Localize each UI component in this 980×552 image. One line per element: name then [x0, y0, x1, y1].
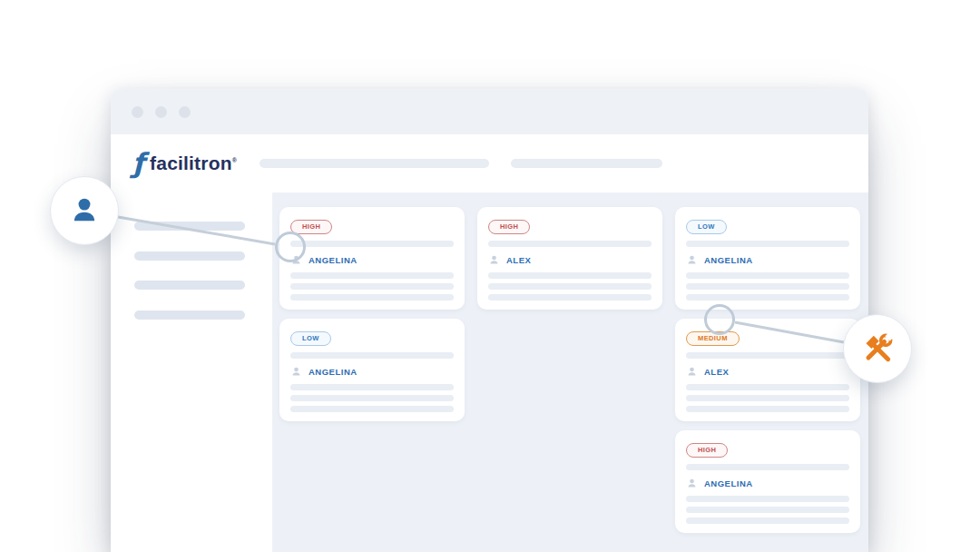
task-card[interactable]: HIGH ANGELINA [675, 430, 860, 533]
placeholder-line [488, 294, 652, 301]
placeholder-line [488, 241, 652, 247]
assignee-row: ALEX [686, 366, 849, 378]
magnifier-ring-avatar [275, 232, 306, 262]
assignee-row: ANGELINA [686, 478, 849, 489]
sidebar-item-placeholder[interactable] [134, 281, 245, 290]
sidebar [111, 192, 272, 552]
user-callout [50, 176, 119, 245]
board-column-1: HIGH ANGELINA LOW ANGELINA [279, 207, 465, 552]
placeholder-line [686, 496, 849, 502]
priority-badge: HIGH [488, 220, 530, 234]
placeholder-line [290, 384, 454, 390]
user-avatar-icon [686, 254, 698, 266]
window-control-dot[interactable] [179, 106, 191, 118]
app-header: ƒ facilitron® [111, 134, 868, 192]
user-avatar-icon [686, 366, 698, 378]
placeholder-line [290, 294, 454, 301]
sidebar-item-placeholder[interactable] [134, 222, 245, 231]
browser-titlebar [111, 89, 868, 134]
assignee-row: ANGELINA [686, 254, 849, 266]
tools-callout [843, 314, 912, 383]
placeholder-line [686, 384, 849, 390]
assignee-row: ANGELINA [290, 254, 454, 266]
facilitron-logo-icon: ƒ [132, 151, 144, 176]
assignee-name: ANGELINA [704, 255, 753, 265]
logo-text: facilitron® [150, 153, 237, 174]
nav-placeholder-bar[interactable] [511, 159, 662, 168]
placeholder-line [290, 241, 454, 247]
priority-badge: LOW [686, 220, 727, 234]
placeholder-line [686, 464, 849, 470]
task-card[interactable]: LOW ANGELINA [279, 319, 465, 421]
placeholder-line [686, 294, 849, 301]
sidebar-item-placeholder[interactable] [134, 310, 245, 320]
assignee-row: ALEX [488, 254, 652, 266]
board-column-2: HIGH ALEX [477, 207, 662, 552]
placeholder-line [290, 272, 454, 279]
task-card[interactable]: HIGH ANGELINA [279, 207, 465, 310]
task-card[interactable]: LOW ANGELINA [675, 207, 860, 310]
placeholder-line [686, 395, 849, 401]
placeholder-line [488, 283, 652, 290]
task-card[interactable]: HIGH ALEX [477, 207, 662, 310]
placeholder-line [686, 352, 849, 359]
assignee-name: ANGELINA [309, 255, 358, 265]
placeholder-line [686, 272, 849, 279]
placeholder-line [686, 241, 849, 247]
user-avatar-icon [686, 478, 698, 489]
task-card[interactable]: MEDIUM ALEX [675, 319, 860, 421]
assignee-row: ANGELINA [290, 366, 454, 378]
user-avatar-icon [488, 254, 500, 266]
page: ƒ facilitron® HIGH A [0, 0, 980, 552]
priority-badge: LOW [290, 331, 331, 346]
tools-icon [859, 330, 896, 367]
window-control-dot[interactable] [155, 106, 167, 118]
window-control-dot[interactable] [132, 106, 143, 118]
browser-window: ƒ facilitron® HIGH A [111, 89, 868, 552]
priority-badge: HIGH [686, 443, 728, 458]
placeholder-line [686, 518, 849, 524]
assignee-name: ALEX [506, 255, 531, 265]
trademark-symbol: ® [232, 157, 237, 163]
placeholder-line [290, 352, 454, 359]
board-column-3: LOW ANGELINA MEDIUM ALEX [675, 207, 860, 552]
placeholder-line [686, 283, 849, 290]
placeholder-line [488, 272, 652, 279]
assignee-name: ANGELINA [309, 367, 358, 377]
placeholder-line [290, 395, 454, 401]
facilitron-logo[interactable]: ƒ facilitron® [132, 151, 237, 176]
placeholder-line [290, 283, 454, 290]
assignee-name: ANGELINA [704, 478, 753, 488]
placeholder-line [290, 406, 454, 412]
nav-placeholder-bar[interactable] [260, 159, 489, 168]
placeholder-line [686, 406, 849, 412]
placeholder-line [686, 507, 849, 513]
user-icon [68, 194, 101, 227]
task-board: HIGH ANGELINA LOW ANGELINA [272, 192, 868, 552]
wrench-notch [885, 331, 895, 341]
user-avatar-icon [290, 366, 302, 378]
sidebar-item-placeholder[interactable] [134, 251, 245, 261]
assignee-name: ALEX [704, 367, 729, 377]
magnifier-ring-priority [704, 304, 735, 335]
